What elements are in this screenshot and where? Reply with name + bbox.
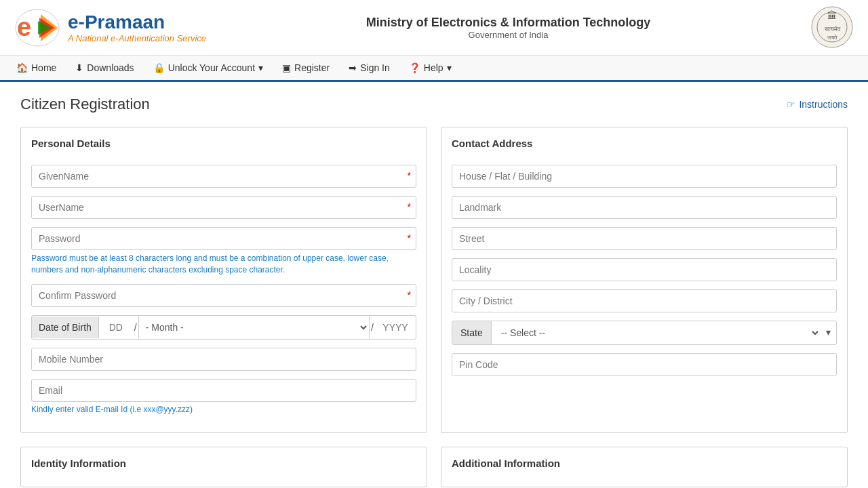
- svg-text:🏛: 🏛: [827, 10, 837, 21]
- dob-day-input[interactable]: [99, 317, 133, 338]
- username-required: *: [408, 201, 411, 212]
- password-hint: Password must be at least 8 characters l…: [31, 253, 416, 276]
- locality-input[interactable]: [452, 258, 837, 281]
- nav-register-label: Register: [294, 62, 330, 73]
- state-group: State -- Select -- Andhra Pradesh Delhi …: [452, 321, 837, 345]
- city-group: [452, 289, 837, 312]
- email-hint: Kindly enter valid E-mail Id (i.e xxx@yy…: [31, 405, 416, 414]
- confirm-password-required: *: [408, 289, 411, 300]
- main-navbar: 🏠 Home ⬇ Downloads 🔒 Unlock Your Account…: [0, 56, 868, 82]
- state-row: State -- Select -- Andhra Pradesh Delhi …: [452, 321, 837, 345]
- gov-info: Ministry of Electronics & Information Te…: [206, 16, 810, 40]
- password-input[interactable]: [31, 227, 416, 250]
- page-title: Citizen Registration: [20, 96, 150, 113]
- logo-area: e e-Pramaan A National e-Authentication …: [14, 7, 206, 48]
- landmark-group: [452, 196, 837, 219]
- state-chevron-icon: ▾: [821, 321, 836, 344]
- main-content: Citizen Registration ☞ Instructions Pers…: [0, 82, 868, 488]
- state-select[interactable]: -- Select -- Andhra Pradesh Delhi Mahara…: [492, 321, 821, 344]
- help-icon: ❓: [409, 62, 420, 73]
- mobile-input[interactable]: [31, 348, 416, 371]
- nav-downloads-label: Downloads: [87, 62, 134, 73]
- nav-help-label: Help: [424, 62, 443, 73]
- download-icon: ⬇: [75, 62, 83, 73]
- nav-home-label: Home: [31, 62, 56, 73]
- locality-group: [452, 258, 837, 281]
- svg-text:जयते: जयते: [827, 34, 837, 41]
- given-name-required: *: [408, 170, 411, 181]
- mobile-group: [31, 348, 416, 371]
- contact-address-panel: Contact Address: [441, 127, 848, 433]
- register-icon: ▣: [282, 62, 291, 73]
- dob-sep-2: /: [370, 317, 375, 338]
- additional-information-panel: Additional Information: [441, 447, 848, 487]
- city-input[interactable]: [452, 289, 837, 312]
- email-input[interactable]: [31, 379, 416, 402]
- identity-information-panel: Identity Information: [20, 447, 427, 487]
- given-name-input[interactable]: [31, 165, 416, 188]
- password-group: * Password must be at least 8 characters…: [31, 227, 416, 276]
- personal-details-panel: Personal Details * * * Password must be …: [20, 127, 427, 433]
- street-group: [452, 227, 837, 250]
- username-group: *: [31, 196, 416, 219]
- nav-unlock[interactable]: 🔒 Unlock Your Account ▾: [144, 56, 273, 80]
- nav-unlock-label: Unlock Your Account: [168, 62, 255, 73]
- password-required: *: [408, 232, 411, 243]
- dob-label: Date of Birth: [32, 317, 99, 338]
- gov-subtitle: Government of India: [206, 30, 810, 40]
- house-input[interactable]: [452, 165, 837, 188]
- personal-details-title: Personal Details: [31, 138, 416, 155]
- pincode-group: [452, 353, 837, 376]
- main-form-row: Personal Details * * * Password must be …: [20, 127, 848, 433]
- lock-icon: 🔒: [153, 62, 165, 73]
- nav-signin[interactable]: ➡ Sign In: [339, 56, 399, 80]
- site-tagline: A National e-Authentication Service: [68, 33, 206, 43]
- help-chevron-icon: ▾: [447, 62, 452, 73]
- bottom-panels-row: Identity Information Additional Informat…: [20, 447, 848, 487]
- signin-icon: ➡: [349, 62, 357, 73]
- dob-sep-1: /: [133, 317, 138, 338]
- unlock-chevron-icon: ▾: [258, 62, 263, 73]
- home-icon: 🏠: [16, 62, 28, 73]
- epramaan-logo-icon: e: [14, 7, 61, 48]
- svg-text:e: e: [17, 13, 31, 41]
- page-header: e e-Pramaan A National e-Authentication …: [0, 0, 868, 56]
- pincode-input[interactable]: [452, 353, 837, 376]
- nav-help[interactable]: ❓ Help ▾: [399, 56, 461, 80]
- confirm-password-input[interactable]: [31, 284, 416, 307]
- given-name-group: *: [31, 165, 416, 188]
- site-name: e-Pramaan: [68, 12, 206, 33]
- state-label: State: [452, 321, 492, 344]
- house-group: [452, 165, 837, 188]
- username-input[interactable]: [31, 196, 416, 219]
- additional-info-title: Additional Information: [452, 458, 837, 469]
- email-group: Kindly enter valid E-mail Id (i.e xxx@yy…: [31, 379, 416, 414]
- instructions-link[interactable]: ☞ Instructions: [787, 99, 848, 110]
- instructions-label: Instructions: [799, 99, 848, 110]
- page-title-row: Citizen Registration ☞ Instructions: [20, 96, 848, 113]
- nav-signin-label: Sign In: [360, 62, 390, 73]
- gov-emblem: 🏛 सत्यमेव जयते: [810, 5, 854, 49]
- nav-register[interactable]: ▣ Register: [273, 56, 339, 80]
- confirm-password-group: *: [31, 284, 416, 307]
- nav-home[interactable]: 🏠 Home: [7, 56, 66, 80]
- landmark-input[interactable]: [452, 196, 837, 219]
- dob-row: Date of Birth / - Month - January Februa…: [31, 315, 416, 340]
- street-input[interactable]: [452, 227, 837, 250]
- logo-text: e-Pramaan A National e-Authentication Se…: [68, 12, 206, 43]
- dob-year-input[interactable]: [375, 317, 416, 338]
- svg-text:सत्यमेव: सत्यमेव: [824, 25, 841, 33]
- dob-month-select[interactable]: - Month - January February March April M…: [138, 316, 370, 339]
- nav-downloads[interactable]: ⬇ Downloads: [66, 56, 143, 80]
- instructions-finger-icon: ☞: [787, 99, 795, 110]
- ministry-name: Ministry of Electronics & Information Te…: [206, 16, 810, 30]
- dob-group: Date of Birth / - Month - January Februa…: [31, 315, 416, 340]
- contact-address-title: Contact Address: [452, 138, 837, 155]
- identity-info-title: Identity Information: [31, 458, 416, 469]
